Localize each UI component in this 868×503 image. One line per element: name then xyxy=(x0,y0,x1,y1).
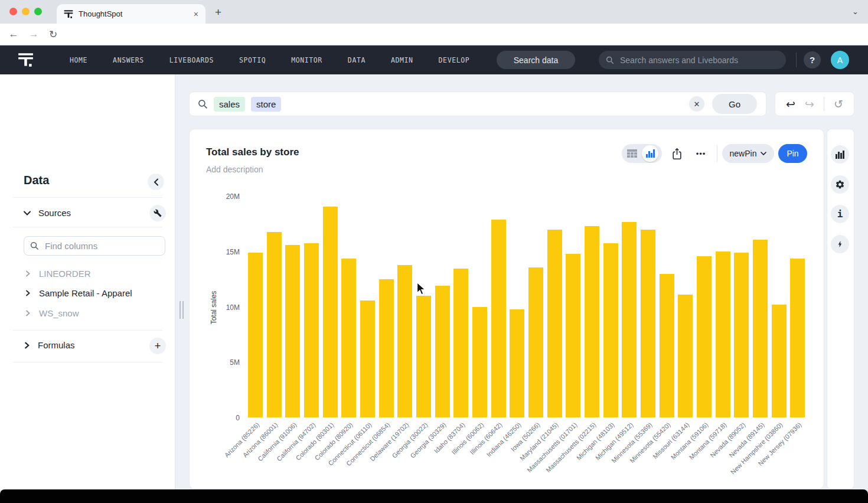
bar-Illinois (60642)[interactable] xyxy=(491,220,506,417)
bar-Delaware (19702)[interactable] xyxy=(397,265,412,417)
redo-icon[interactable]: ↪ xyxy=(805,99,814,110)
bar-Nevada (89145)[interactable] xyxy=(753,240,768,417)
find-columns-input[interactable] xyxy=(44,240,150,252)
y-axis-tick: 20M xyxy=(226,192,240,201)
search-data-button[interactable]: Search data xyxy=(497,51,575,69)
bar-Arizona (85226)[interactable] xyxy=(248,253,263,417)
bar-Minnesota (55369)[interactable] xyxy=(641,230,655,417)
bar-New Jersey (07936)[interactable] xyxy=(790,259,805,417)
nav-item-spotiq[interactable]: SPOTIQ xyxy=(239,56,266,64)
source-item-sample-retail[interactable]: Sample Retail - Apparel xyxy=(26,288,132,298)
bar-chart-plot xyxy=(248,197,809,417)
thoughtspot-logo[interactable] xyxy=(18,52,34,68)
sources-section-header[interactable]: Sources xyxy=(24,208,71,218)
divider xyxy=(13,197,162,198)
back-icon[interactable]: ← xyxy=(7,28,20,40)
bar-Montana (59106)[interactable] xyxy=(697,256,712,417)
bar-Colorado (80920)[interactable] xyxy=(341,259,356,417)
share-answer-icon[interactable] xyxy=(668,145,685,162)
bar-Iowa (50266)[interactable] xyxy=(528,267,543,417)
bar-Indiana (46250)[interactable] xyxy=(510,309,524,417)
answer-info-button[interactable]: i xyxy=(831,205,849,223)
pin-destination-label: newPin xyxy=(730,149,757,158)
nav-item-develop[interactable]: DEVELOP xyxy=(439,56,470,64)
formulas-section-header[interactable]: Formulas xyxy=(25,340,75,350)
bar-California (91006)[interactable] xyxy=(285,245,300,417)
add-description[interactable]: Add description xyxy=(206,165,263,174)
nav-item-admin[interactable]: ADMIN xyxy=(391,56,413,64)
answer-title[interactable]: Total sales by store xyxy=(206,146,299,158)
nav-item-data[interactable]: DATA xyxy=(348,56,366,64)
bar-Georgia (30022)[interactable] xyxy=(416,296,431,417)
bar-Minnesota (55420)[interactable] xyxy=(660,274,674,417)
panel-resize-handle[interactable] xyxy=(180,301,185,319)
data-panel-title: Data xyxy=(24,174,49,187)
change-chart-type-button[interactable] xyxy=(831,145,849,164)
table-chart-toggle[interactable] xyxy=(622,144,662,163)
nav-item-home[interactable]: HOME xyxy=(70,56,87,64)
bar-Michigan (48103)[interactable] xyxy=(603,243,618,417)
window-close-button[interactable] xyxy=(9,8,17,15)
bar-California (94702)[interactable] xyxy=(304,243,319,417)
bar-Arizona (86001)[interactable] xyxy=(267,232,282,417)
data-panel: Data Sources LINEORDER Sample Retail - A… xyxy=(0,74,175,489)
bar-Colorado (80301)[interactable] xyxy=(323,207,338,417)
nav-item-liveboards[interactable]: LIVEBOARDS xyxy=(169,56,214,64)
bar-Georgia (30329)[interactable] xyxy=(435,286,450,417)
bar-Illinois (60062)[interactable] xyxy=(472,307,487,417)
global-search-input[interactable] xyxy=(619,55,766,66)
bar-Michigan (49512)[interactable] xyxy=(622,222,637,417)
source-item-lineorder[interactable]: LINEORDER xyxy=(26,269,91,279)
user-avatar[interactable]: A xyxy=(831,51,849,69)
reload-icon[interactable]: ↻ xyxy=(47,28,60,41)
browser-tab[interactable]: ThoughtSpot × xyxy=(57,4,205,24)
forward-icon[interactable]: → xyxy=(27,28,40,40)
global-search[interactable] xyxy=(599,51,786,69)
bar-New Hampshire (03860)[interactable] xyxy=(772,305,787,417)
window-minimize-button[interactable] xyxy=(22,8,30,15)
bar-Idaho (83704)[interactable] xyxy=(453,269,468,417)
table-view-icon[interactable] xyxy=(622,149,642,158)
bar-Connecticut (06854)[interactable] xyxy=(379,279,394,417)
manage-sources-button[interactable] xyxy=(149,205,166,221)
new-tab-button[interactable]: + xyxy=(215,6,221,19)
bar-Massachusetts (02215)[interactable] xyxy=(585,226,599,417)
bar-Connecticut (06110)[interactable] xyxy=(360,301,375,417)
add-formula-button[interactable]: + xyxy=(149,338,166,354)
pin-destination-select[interactable]: newPin xyxy=(722,144,774,163)
search-token-sales[interactable]: sales xyxy=(214,97,245,112)
y-axis-ticks: 20M15M10M5M0 xyxy=(213,192,240,422)
spotiq-analyze-button[interactable] xyxy=(831,235,849,253)
nav-item-answers[interactable]: ANSWERS xyxy=(113,56,144,64)
nav-item-monitor[interactable]: MONITOR xyxy=(291,56,322,64)
search-bar[interactable]: sales store xyxy=(189,92,766,116)
find-columns-box[interactable] xyxy=(24,236,165,256)
chevron-right-icon xyxy=(26,290,30,296)
window-zoom-button[interactable] xyxy=(34,8,42,15)
reset-icon[interactable]: ↺ xyxy=(834,99,843,110)
tab-close-icon[interactable]: × xyxy=(194,9,198,19)
bar-Montana (59718)[interactable] xyxy=(716,252,730,417)
x-axis-labels: Arizona (85226)Arizona (86001)California… xyxy=(248,421,809,492)
more-options-icon[interactable]: ••• xyxy=(691,145,711,162)
tab-search-icon[interactable]: ⌄ xyxy=(852,7,859,16)
bar-Massachusetts (01701)[interactable] xyxy=(566,254,580,417)
undo-icon[interactable]: ↩ xyxy=(786,99,795,110)
collapse-panel-button[interactable] xyxy=(148,174,164,190)
nav-divider xyxy=(796,53,797,67)
bar-Nevada (89052)[interactable] xyxy=(734,253,749,417)
source-name: LINEORDER xyxy=(39,269,91,279)
search-token-store[interactable]: store xyxy=(251,97,281,112)
go-button[interactable]: Go xyxy=(712,94,757,114)
bar-Maryland (21045)[interactable] xyxy=(547,230,562,417)
source-item-ws-snow[interactable]: WS_snow xyxy=(26,308,79,318)
pin-button[interactable]: Pin xyxy=(778,144,807,163)
formulas-label: Formulas xyxy=(38,340,75,350)
screen: ThoughtSpot × + ⌄ ← → ↻ ☆ xyxy=(0,0,868,503)
bar-Missouri (63144)[interactable] xyxy=(678,295,693,417)
chart-settings-button[interactable] xyxy=(831,175,849,194)
chart-view-icon[interactable] xyxy=(642,145,658,162)
y-axis-tick: 5M xyxy=(230,358,240,367)
clear-search-button[interactable]: ✕ xyxy=(689,96,704,112)
help-button[interactable]: ? xyxy=(804,51,821,68)
